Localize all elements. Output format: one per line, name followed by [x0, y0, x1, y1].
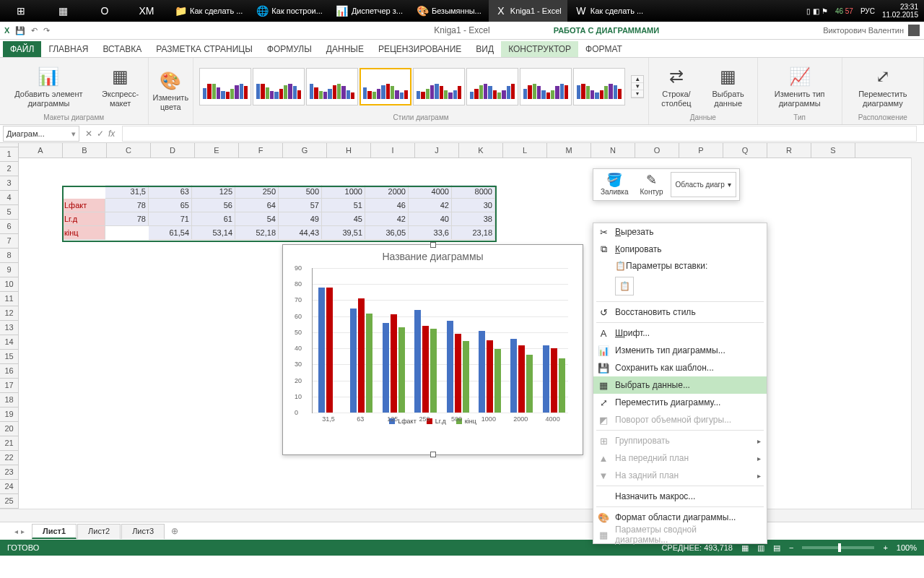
- taskbar-item[interactable]: 🎨Безымянны...: [410, 0, 487, 22]
- style-thumb[interactable]: [413, 68, 465, 105]
- taskbar-item[interactable]: O: [84, 0, 125, 22]
- cell[interactable]: 40: [409, 212, 452, 226]
- new-sheet-button[interactable]: ⊕: [165, 526, 184, 536]
- zoom-in-button[interactable]: +: [883, 543, 887, 552]
- cm-format-chart-area[interactable]: 🎨Формат области диаграммы...: [593, 509, 767, 526]
- language-indicator[interactable]: РУС: [860, 7, 875, 15]
- cm-select-data[interactable]: ▦Выбрать данные...: [593, 376, 767, 394]
- cell[interactable]: 33,6: [409, 226, 452, 240]
- chart-area-dropdown[interactable]: Область диагр▾: [671, 172, 736, 197]
- change-chart-type-button[interactable]: 📈Изменить тип диаграммы: [762, 65, 837, 108]
- gallery-scroll[interactable]: ▲▼▾: [631, 75, 644, 98]
- cm-change-chart-type[interactable]: 📊Изменить тип диаграммы...: [593, 342, 767, 359]
- cell[interactable]: кінц: [62, 226, 105, 240]
- ribbon-tab[interactable]: ДАННЫЕ: [319, 41, 371, 57]
- cell[interactable]: 65: [149, 199, 192, 212]
- cell[interactable]: 61,54: [149, 226, 192, 240]
- ribbon-tab[interactable]: РЕЦЕНЗИРОВАНИЕ: [371, 41, 468, 57]
- account-name[interactable]: Викторович Валентин: [823, 26, 904, 35]
- taskbar-item[interactable]: WКак сделать ...: [569, 0, 649, 22]
- cell[interactable]: 46: [365, 199, 409, 212]
- cell[interactable]: 2000: [365, 185, 409, 199]
- move-chart-button[interactable]: ⤢Переместить диаграмму: [847, 65, 919, 108]
- cell[interactable]: 44,43: [279, 226, 322, 240]
- cell[interactable]: 53,14: [192, 226, 235, 240]
- cell[interactable]: 52,18: [235, 226, 279, 240]
- style-thumb[interactable]: [520, 68, 572, 105]
- style-thumb[interactable]: [253, 68, 305, 105]
- chart-plot-area[interactable]: 010203040506070809031,563125250500100020…: [312, 268, 568, 413]
- ribbon-tab[interactable]: ГЛАВНАЯ: [41, 41, 95, 57]
- fx-icon[interactable]: fx: [108, 129, 115, 139]
- view-break-icon[interactable]: ▤: [773, 543, 780, 553]
- zoom-level[interactable]: 100%: [897, 543, 917, 552]
- cell[interactable]: 23,18: [452, 226, 495, 240]
- enter-formula-icon[interactable]: ✓: [97, 129, 104, 139]
- cm-assign-macro[interactable]: Назначить макрос...: [593, 488, 767, 505]
- qat-undo-icon[interactable]: ↶: [31, 26, 38, 35]
- qat-save-icon[interactable]: 💾: [15, 26, 25, 35]
- taskbar-item[interactable]: 📁Как сделать ...: [168, 0, 248, 22]
- account-avatar[interactable]: [908, 25, 920, 36]
- cell[interactable]: 4000: [409, 185, 452, 199]
- qat-redo-icon[interactable]: ↷: [43, 26, 50, 35]
- cm-save-template[interactable]: 💾Сохранить как шаблон...: [593, 359, 767, 376]
- add-chart-element-button[interactable]: 📊Добавить элемент диаграммы: [4, 65, 93, 108]
- taskbar-item[interactable]: ⊞: [1, 0, 41, 22]
- column-headers[interactable]: ABCDEFGHIJKLMNOPQRS: [19, 143, 924, 158]
- select-data-button[interactable]: ▦Выбрать данные: [704, 65, 753, 108]
- name-box[interactable]: Диаграм...▾: [3, 126, 79, 142]
- cell[interactable]: 61: [192, 212, 235, 226]
- cell[interactable]: 1000: [322, 185, 365, 199]
- ribbon-tab[interactable]: РАЗМЕТКА СТРАНИЦЫ: [149, 41, 260, 57]
- clock[interactable]: 23:3111.02.2015: [882, 3, 918, 19]
- cell[interactable]: Lфакт: [62, 199, 105, 212]
- fill-button[interactable]: 🪣Заливка: [596, 172, 633, 197]
- cell[interactable]: 78: [105, 212, 149, 226]
- zoom-slider[interactable]: [802, 546, 874, 549]
- ribbon-tab[interactable]: ФОРМАТ: [578, 41, 629, 57]
- sheet-tab[interactable]: Лист1: [32, 524, 77, 539]
- cell[interactable]: 250: [235, 185, 279, 199]
- ribbon-tab[interactable]: ФОРМУЛЫ: [260, 41, 319, 57]
- change-colors-button[interactable]: 🎨Изменить цвета: [153, 69, 189, 111]
- sheet-tab[interactable]: Лист3: [121, 524, 165, 539]
- ribbon-tab[interactable]: КОНСТРУКТОР: [501, 41, 578, 57]
- taskbar-item[interactable]: XM: [126, 0, 167, 22]
- cell[interactable]: 71: [149, 212, 192, 226]
- cell[interactable]: 39,51: [322, 226, 365, 240]
- style-thumb[interactable]: [306, 68, 358, 105]
- style-thumb[interactable]: [359, 68, 411, 105]
- ribbon-tab[interactable]: ФАЙЛ: [3, 41, 41, 57]
- cell[interactable]: 51: [322, 199, 365, 212]
- cell[interactable]: 30: [452, 199, 495, 212]
- cell[interactable]: 31,5: [105, 185, 149, 199]
- cm-font[interactable]: AШрифт...: [593, 324, 767, 342]
- sheet-nav[interactable]: ◂▸: [14, 527, 25, 535]
- cell[interactable]: 500: [279, 185, 322, 199]
- zoom-out-button[interactable]: −: [789, 543, 793, 552]
- taskbar-item[interactable]: 📊Диспетчер з...: [330, 0, 409, 22]
- sheet-tab[interactable]: Лист2: [77, 524, 121, 539]
- cancel-formula-icon[interactable]: ✕: [85, 129, 92, 139]
- cell[interactable]: 42: [365, 212, 409, 226]
- chart-title[interactable]: Название диаграммы: [283, 245, 583, 268]
- switch-row-column-button[interactable]: ⇄Строка/столбец: [653, 65, 699, 108]
- cell[interactable]: 57: [279, 199, 322, 212]
- cm-move-chart[interactable]: ⤢Переместить диаграмму...: [593, 394, 767, 411]
- cell[interactable]: 45: [322, 212, 365, 226]
- taskbar-item[interactable]: ▦: [43, 0, 83, 22]
- grid[interactable]: ABCDEFGHIJKLMNOPQRS 31,56312525050010002…: [19, 143, 924, 509]
- cell[interactable]: Lг.д: [62, 212, 105, 226]
- horizontal-scrollbar[interactable]: [0, 509, 924, 522]
- cm-cut[interactable]: ✂Вырезать: [593, 223, 767, 241]
- cm-restore-style[interactable]: ↺Восстановить стиль: [593, 303, 767, 321]
- cell[interactable]: 63: [149, 185, 192, 199]
- row-headers[interactable]: 1234567891011121314151617181920212223242…: [0, 143, 19, 509]
- cell[interactable]: 49: [279, 212, 322, 226]
- cell[interactable]: 36,05: [365, 226, 409, 240]
- formula-bar[interactable]: [122, 126, 917, 142]
- taskbar-item[interactable]: XKniga1 - Excel: [489, 0, 567, 22]
- cell[interactable]: 38: [452, 212, 495, 226]
- cell[interactable]: 125: [192, 185, 235, 199]
